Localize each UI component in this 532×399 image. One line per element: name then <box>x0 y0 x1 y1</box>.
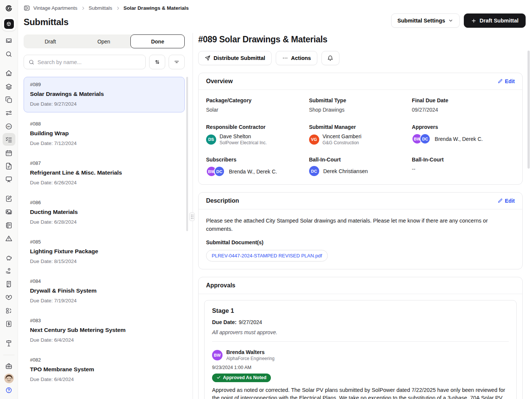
item-number: #086 <box>30 200 178 205</box>
layers-icon[interactable] <box>3 80 15 93</box>
search-input[interactable] <box>37 59 141 65</box>
stage-rule: All approvers must approve. <box>212 329 509 335</box>
sort-icon <box>154 59 160 65</box>
chevron-down-icon <box>448 18 453 23</box>
grip-dots-icon <box>191 214 194 219</box>
search-box <box>24 55 146 69</box>
breadcrumb-project[interactable]: Vintage Apartments <box>33 5 78 11</box>
documents-label: Submittal Document(s) <box>206 239 515 245</box>
item-number: #082 <box>30 357 178 363</box>
status-tabs: Draft Open Done <box>24 34 185 48</box>
inbox-icon[interactable] <box>3 34 15 47</box>
photos-icon[interactable] <box>3 205 15 218</box>
notifications-button[interactable] <box>321 51 339 65</box>
avatar-dc: DC <box>309 166 319 176</box>
submittal-settings-button[interactable]: Submittal Settings <box>391 13 460 28</box>
attachment-chip[interactable]: PLREV-0447-2024-STAMPED REVISED PLAN.pdf <box>206 250 328 262</box>
bell-icon <box>327 55 333 61</box>
pane-resize-handle[interactable] <box>189 212 195 221</box>
description-edit-button[interactable]: Edit <box>498 198 515 204</box>
item-number: #087 <box>30 160 178 166</box>
distribute-submittal-button[interactable]: Distribute Submittal <box>198 51 272 65</box>
board-icon[interactable] <box>3 173 15 185</box>
tab-done[interactable]: Done <box>130 34 185 48</box>
documents-icon[interactable] <box>3 93 15 106</box>
field-approvers: Approvers BW DC Brenda W., Derek C. <box>412 124 515 145</box>
icon-sidebar: RFI <box>0 0 18 399</box>
controls-icon[interactable] <box>3 106 15 119</box>
submittal-list: #089 Solar Drawings & Materials Due Date… <box>24 77 185 388</box>
contracts-icon[interactable] <box>3 278 15 290</box>
list-item[interactable]: #087 Refrigerant Line & Misc. Materials … <box>24 155 185 191</box>
search-icon[interactable] <box>3 48 15 60</box>
field-ball-in-court-2: Ball-In-Court -- <box>412 157 515 177</box>
send-icon <box>205 55 211 61</box>
chevron-right-icon <box>81 6 85 10</box>
file-edit-icon[interactable] <box>3 192 15 205</box>
panel-icon[interactable] <box>24 5 30 11</box>
help-icon[interactable] <box>3 384 15 396</box>
item-due-date: Due Date: 7/19/2024 <box>30 298 178 303</box>
rail-divider <box>3 355 15 355</box>
description-card: Description Edit Please see the attached… <box>198 192 523 269</box>
item-title: Next Century Sub Metering System <box>30 327 178 333</box>
tab-open[interactable]: Open <box>77 34 131 48</box>
avatar-dc: DC <box>214 166 225 177</box>
list-item[interactable]: #083 Next Century Sub Metering System Du… <box>24 313 185 348</box>
item-due-date: Due Date: 7/12/2024 <box>30 140 178 146</box>
list-item[interactable]: #082 TPO Membrane System Due Date: 6/4/2… <box>24 352 185 388</box>
daily-log-icon[interactable] <box>3 219 15 232</box>
logo-icon[interactable] <box>3 2 15 15</box>
list-item[interactable]: #084 Drywall & Finish System Due Date: 7… <box>24 273 185 309</box>
calendar-icon[interactable] <box>3 146 15 159</box>
svg-text:RFI: RFI <box>7 125 10 127</box>
submittals-checklist-icon[interactable] <box>3 133 15 146</box>
list-item[interactable]: #086 Ducting Materials Due Date: 6/28/20… <box>24 195 185 230</box>
submittal-list-pane: Draft Open Done #089 Solar Drawings & Ma… <box>24 34 185 388</box>
toolbox-icon[interactable] <box>3 360 15 372</box>
list-item[interactable]: #088 Building Wrap Due Date: 7/12/2024 <box>24 116 185 152</box>
chevron-right-icon <box>116 6 120 10</box>
main-scrollbar[interactable] <box>528 51 530 169</box>
distribute-label: Distribute Submittal <box>214 55 265 61</box>
item-due-date: Due Date: 6/4/2024 <box>30 337 178 343</box>
issues-warning-icon[interactable] <box>3 232 15 245</box>
page-title: Submittals <box>24 17 69 27</box>
item-title: Drywall & Finish System <box>30 287 178 294</box>
invoices-icon[interactable] <box>3 317 15 330</box>
item-due-date: Due Date: 8/15/2024 <box>30 259 178 264</box>
handshake-icon[interactable] <box>3 291 15 303</box>
sort-button[interactable] <box>149 55 165 69</box>
overview-edit-button[interactable]: Edit <box>498 78 515 84</box>
draft-submittal-button[interactable]: Draft Submittal <box>464 13 526 28</box>
avatar-vg: VG <box>309 134 319 145</box>
description-text: Please see the attached City Stamped Sol… <box>206 217 515 233</box>
project-cube-icon[interactable] <box>2 17 16 31</box>
filter-button[interactable] <box>169 55 185 69</box>
field-final-due-date: Final Due Date 09/27/2024 <box>412 97 515 113</box>
description-title: Description <box>206 197 239 204</box>
list-item[interactable]: #085 Lighting Fixture Package Due Date: … <box>24 234 185 270</box>
search-icon <box>28 59 34 65</box>
change-orders-icon[interactable] <box>3 304 15 317</box>
overview-title: Overview <box>206 78 233 85</box>
avatar-ds: DS <box>206 134 216 145</box>
breadcrumb: Vintage Apartments Submittals Solar Draw… <box>24 5 189 11</box>
item-number: #083 <box>30 318 178 323</box>
item-due-date: Due Date: 9/27/2024 <box>30 101 178 107</box>
forms-icon[interactable] <box>3 160 15 172</box>
field-package-category: Package/Category Solar <box>206 97 309 113</box>
tab-draft[interactable]: Draft <box>24 34 77 48</box>
breadcrumb-section[interactable]: Submittals <box>89 5 112 11</box>
item-title: Lighting Fixture Package <box>30 248 178 255</box>
budget-piggy-bank-icon[interactable] <box>3 251 15 264</box>
actions-button[interactable]: Actions <box>276 51 317 65</box>
signpost-icon[interactable] <box>3 337 15 350</box>
home-icon[interactable] <box>3 67 15 79</box>
payments-hand-icon[interactable] <box>3 265 15 277</box>
list-item[interactable]: #089 Solar Drawings & Materials Due Date… <box>24 77 185 112</box>
rfi-icon[interactable]: RFI <box>3 120 15 133</box>
user-avatar[interactable] <box>4 374 14 383</box>
item-title: Building Wrap <box>30 130 178 137</box>
list-scrollbar[interactable] <box>186 77 188 231</box>
